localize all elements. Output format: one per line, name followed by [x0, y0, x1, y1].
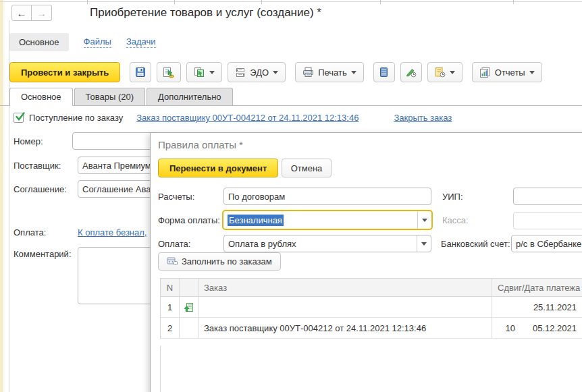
tab-additional[interactable]: Дополнительно: [147, 88, 233, 106]
comment-label: Комментарий:: [14, 249, 72, 259]
save-icon: [135, 67, 146, 78]
chevron-down-icon: [209, 71, 215, 74]
calculations-input[interactable]: [223, 188, 431, 205]
row-date-cell: 05.12.2021: [515, 323, 582, 333]
payment-form-label: Форма оплаты:: [158, 215, 220, 225]
print-button[interactable]: Печать: [295, 62, 364, 82]
payment-schedule-table: N Заказ Сдвиг/Дата платежа 1: [160, 278, 582, 339]
col-header-order[interactable]: Заказ: [199, 279, 492, 296]
tab-main[interactable]: Основное: [9, 88, 73, 106]
reports-button[interactable]: Отчеты: [472, 62, 542, 82]
row-order-cell: Заказ поставщику 00УТ-004212 от 24.11.20…: [199, 318, 492, 338]
sign-history-button[interactable]: [400, 62, 422, 82]
page-title: Приобретение товаров и услуг (создание) …: [90, 6, 321, 20]
back-button[interactable]: ←: [11, 5, 32, 21]
top-separator-tick: [380, 0, 381, 4]
print-icon: [302, 67, 314, 78]
chevron-down-icon: [273, 71, 278, 74]
document-clock-icon: [435, 67, 446, 78]
create-based-on-icon: [194, 67, 205, 78]
create-based-on-button[interactable]: [186, 62, 222, 82]
post-document-button[interactable]: [157, 62, 181, 82]
payment-combobox[interactable]: Оплата в рублях: [223, 235, 431, 252]
post-and-close-button[interactable]: Провести и закрыть: [9, 62, 120, 82]
row-shift-cell: 10: [492, 323, 515, 333]
top-separator-tick: [261, 0, 262, 4]
agreement-label: Соглашение:: [14, 184, 67, 194]
cashdesk-input: [513, 212, 582, 229]
fill-table-icon: [167, 257, 178, 266]
back-arrow-icon: ←: [17, 7, 27, 19]
row-icon-cell: [180, 297, 199, 317]
post-document-icon: [163, 67, 175, 78]
toolbar: Провести и закрыть: [9, 62, 542, 82]
forward-button[interactable]: →: [32, 5, 52, 21]
top-separator-tick: [513, 0, 514, 4]
payment-dropdown-button[interactable]: [417, 235, 431, 252]
edo-button-label: ЭДО: [250, 67, 269, 78]
checkmark-icon: [15, 111, 26, 122]
top-separator-tick: [174, 0, 175, 4]
calculations-label: Расчеты:: [158, 192, 194, 202]
payment-value: Оплата в рублях: [224, 235, 417, 252]
tab-panel-border: [0, 105, 582, 106]
supplier-label: Поставщик:: [14, 161, 61, 171]
nav-tabs: Основное Файлы Задачи: [9, 33, 156, 51]
payment-label: Оплата:: [14, 227, 46, 237]
scheduled-tasks-button[interactable]: [427, 62, 462, 82]
row-order-cell: [199, 297, 492, 317]
number-label: Номер:: [14, 136, 43, 146]
edo-button[interactable]: ЭДО: [228, 62, 286, 82]
edo-icon: [235, 67, 246, 78]
receipt-by-order-checkbox[interactable]: [14, 113, 24, 123]
close-order-link[interactable]: Закрыть заказ: [394, 113, 452, 123]
nav-tab-main[interactable]: Основное: [9, 33, 69, 51]
document-tabs: Основное Товары (20) Дополнительно: [9, 88, 234, 106]
row-date-cell: 25.11.2021: [515, 302, 582, 312]
nav-tab-files[interactable]: Файлы: [84, 36, 111, 48]
table-empty-area[interactable]: [160, 346, 582, 392]
window-left-strip: [0, 0, 3, 392]
receipt-by-order-label: Поступление по заказу: [29, 113, 123, 123]
row-number-cell: 1: [161, 297, 180, 317]
reports-button-label: Отчеты: [495, 67, 525, 78]
bank-account-label: Банковский счет:: [441, 239, 510, 249]
payment-link[interactable]: К оплате безнал,: [78, 227, 147, 237]
cancel-button[interactable]: Отмена: [282, 159, 332, 177]
forward-arrow-icon: →: [36, 7, 47, 19]
pen-clock-icon: [405, 67, 417, 78]
fill-by-orders-button[interactable]: Заполнить по заказам: [158, 252, 281, 271]
table-row[interactable]: 2 Заказ поставщику 00УТ-004212 от 24.11.…: [161, 318, 582, 339]
uip-input[interactable]: [513, 188, 582, 205]
chevron-down-icon: [450, 71, 455, 74]
fill-by-orders-label: Заполнить по заказам: [182, 256, 272, 267]
register-list-icon: [379, 67, 388, 78]
tab-goods[interactable]: Товары (20): [74, 88, 145, 106]
row-icon-cell: [180, 318, 199, 338]
uip-label: УИП:: [442, 192, 463, 202]
payment-form-value: Безналичная: [228, 215, 284, 226]
register-records-button[interactable]: [373, 62, 395, 82]
transfer-to-document-button[interactable]: Перенести в документ: [158, 159, 278, 177]
table-row[interactable]: 1 25.11.2021: [161, 297, 582, 318]
reports-chart-icon: [479, 67, 491, 78]
col-header-icon[interactable]: [180, 279, 199, 296]
chevron-down-icon: [351, 71, 356, 74]
payment-form-dropdown-button[interactable]: [417, 211, 431, 229]
dialog-title: Правила оплаты *: [158, 139, 243, 150]
payment-form-combobox[interactable]: Безналичная: [222, 210, 433, 230]
col-header-num[interactable]: N: [161, 279, 180, 296]
chevron-down-icon: [421, 242, 427, 246]
bank-account-input[interactable]: [511, 235, 582, 252]
order-document-icon: [184, 302, 194, 312]
supplier-order-link[interactable]: Заказ поставщику 00УТ-004212 от 24.11.20…: [136, 113, 359, 123]
nav-tab-tasks[interactable]: Задачи: [126, 36, 156, 48]
dialog-payment-label: Оплата:: [158, 239, 190, 249]
save-button[interactable]: [130, 62, 151, 82]
payment-rules-dialog: Правила оплаты * Перенести в документ От…: [150, 132, 582, 392]
print-button-label: Печать: [318, 67, 347, 78]
chevron-down-icon: [422, 219, 427, 222]
col-header-shift-date[interactable]: Сдвиг/Дата платежа: [492, 279, 582, 296]
chevron-down-icon: [529, 71, 535, 74]
table-header-row: N Заказ Сдвиг/Дата платежа: [161, 279, 582, 297]
